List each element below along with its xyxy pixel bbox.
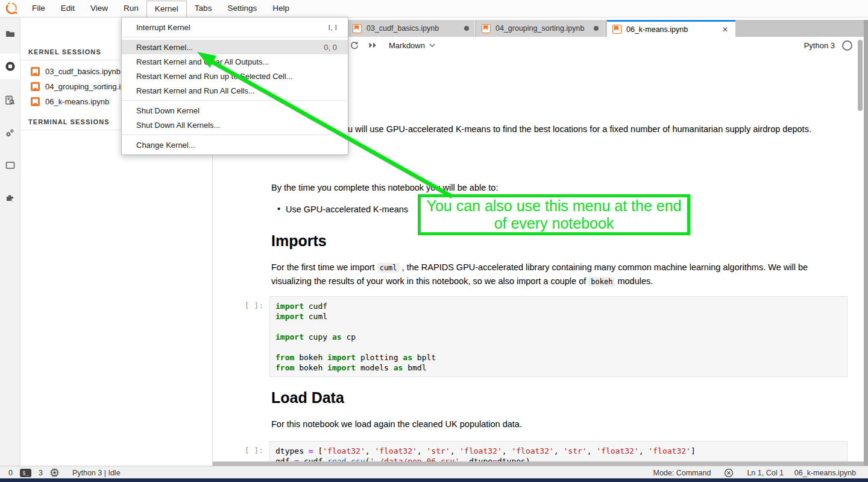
run-all-cells-icon[interactable] bbox=[368, 42, 377, 49]
vertical-scrollbar-thumb[interactable] bbox=[858, 40, 863, 111]
trust-shield-icon[interactable] bbox=[724, 468, 734, 478]
annotation-line: of every notebook bbox=[494, 215, 614, 232]
notebook-tab-icon bbox=[353, 24, 362, 33]
menubar: File Edit View Run Kernel Tabs Settings … bbox=[0, 0, 868, 17]
restart-kernel-icon[interactable] bbox=[350, 41, 359, 50]
cell-type-value: Markdown bbox=[389, 41, 425, 50]
cell-prompt: [ ]: bbox=[214, 301, 263, 310]
kernel-name[interactable]: Python 3 bbox=[804, 41, 835, 50]
shortcut: I, I bbox=[329, 23, 337, 32]
markdown-paragraph: u will use GPU-accelerated K-means to fi… bbox=[348, 122, 866, 136]
menu-item-restart-kernel[interactable]: Restart Kernel... 0, 0 bbox=[122, 40, 348, 54]
kernel-menu-dropdown: Interrupt Kernel I, I Restart Kernel... … bbox=[121, 17, 348, 155]
tab-label: 04_grouping_sorting.ipynb bbox=[495, 24, 584, 33]
property-inspector-icon[interactable] bbox=[0, 120, 20, 145]
menu-divider bbox=[122, 135, 348, 135]
menu-help[interactable]: Help bbox=[265, 0, 297, 17]
imports-heading: Imports bbox=[271, 232, 327, 249]
app-logo-icon bbox=[5, 2, 18, 15]
tab-label: 06_k-means.ipynb bbox=[626, 25, 688, 34]
cell-prompt: [ ]: bbox=[214, 446, 263, 455]
notebook-file-icon bbox=[31, 67, 40, 76]
tab-03-cudf-basics[interactable]: 03_cudf_basics.ipynb bbox=[347, 20, 475, 37]
notebook-tab-icon bbox=[612, 25, 621, 34]
kernels-count[interactable]: 3 bbox=[39, 469, 43, 477]
running-sessions-icon[interactable] bbox=[0, 54, 20, 79]
content-bottom-edge bbox=[212, 461, 864, 466]
statusbar-filename: 06_k-means.ipynb bbox=[794, 469, 856, 477]
menu-item-change-kernel[interactable]: Change Kernel... bbox=[122, 138, 348, 152]
annotation-line: You can also use this menu at the end bbox=[427, 197, 682, 215]
close-tab-icon[interactable]: ✕ bbox=[720, 25, 730, 34]
menu-item-interrupt-kernel[interactable]: Interrupt Kernel I, I bbox=[122, 20, 348, 34]
notebook-file-icon bbox=[31, 82, 40, 91]
command-palette-icon[interactable] bbox=[0, 87, 20, 113]
menu-view[interactable]: View bbox=[83, 0, 116, 17]
menu-kernel[interactable]: Kernel bbox=[146, 1, 187, 17]
terminals-count[interactable]: 0 bbox=[8, 469, 13, 477]
tab-label: 03_cudf_basics.ipynb bbox=[366, 24, 439, 33]
cell-type-dropdown[interactable]: Markdown bbox=[389, 41, 435, 50]
status-bar: 0 $_ 3 Python 3 | Idle Mode: Command Ln … bbox=[0, 466, 868, 479]
menu-divider bbox=[122, 37, 348, 37]
chevron-down-icon bbox=[429, 43, 435, 47]
markdown-paragraph: For the first time we import cuml , the … bbox=[271, 261, 815, 288]
notebook-tab-icon bbox=[482, 24, 491, 33]
annotation-callout-box: You can also use this menu at the end of… bbox=[418, 194, 690, 235]
unsaved-dot-icon bbox=[464, 26, 469, 31]
kernel-session-label: 03_cudf_basics.ipynb bbox=[45, 67, 121, 76]
cursor-position[interactable]: Ln 1, Col 1 bbox=[747, 469, 783, 477]
menu-item-restart-clear-outputs[interactable]: Restart Kernel and Clear All Outputs... bbox=[122, 54, 348, 69]
menu-tabs[interactable]: Tabs bbox=[187, 0, 220, 17]
notebook-file-icon bbox=[31, 97, 40, 106]
markdown-bullet: • Use GPU-accelerated K-means bbox=[286, 203, 408, 216]
open-tabs-icon[interactable] bbox=[0, 153, 20, 178]
shortcut: 0, 0 bbox=[324, 43, 337, 52]
menu-file[interactable]: File bbox=[24, 0, 53, 17]
jupyterlab-window: File Edit View Run Kernel Tabs Settings … bbox=[0, 0, 868, 482]
markdown-paragraph: By the time you complete this notebook y… bbox=[271, 181, 814, 194]
activity-bar bbox=[0, 17, 20, 478]
file-browser-icon[interactable] bbox=[0, 21, 20, 46]
window-right-edge bbox=[864, 20, 868, 466]
code-cell-imports[interactable]: import cudfimport cuml import cupy as cp… bbox=[269, 296, 848, 377]
extension-manager-icon[interactable] bbox=[0, 185, 20, 211]
unsaved-dot-icon bbox=[594, 26, 599, 31]
kernel-session-label: 06_k-means.ipynb bbox=[45, 97, 109, 106]
tab-04-grouping-sorting[interactable]: 04_grouping_sorting.ipynb bbox=[476, 20, 605, 37]
load-data-heading: Load Data bbox=[271, 389, 344, 406]
kernel-status-icon[interactable] bbox=[842, 40, 852, 51]
background-window-strip bbox=[0, 478, 868, 482]
command-mode-indicator[interactable]: Mode: Command bbox=[653, 469, 711, 477]
menu-run[interactable]: Run bbox=[116, 0, 146, 17]
tab-06-k-means[interactable]: 06_k-means.ipynb ✕ bbox=[607, 20, 735, 37]
terminal-icon[interactable]: $_ bbox=[20, 469, 31, 477]
markdown-paragraph: For this notebook we load again the clea… bbox=[271, 417, 814, 431]
menu-divider bbox=[122, 100, 348, 101]
menu-item-restart-run-all[interactable]: Restart Kernel and Run All Cells... bbox=[122, 83, 348, 98]
menu-item-shutdown-all-kernels[interactable]: Shut Down All Kernels... bbox=[122, 118, 348, 132]
menu-settings[interactable]: Settings bbox=[219, 0, 265, 17]
menu-edit[interactable]: Edit bbox=[53, 0, 83, 17]
menu-item-restart-run-to-selected[interactable]: Restart Kernel and Run up to Selected Ce… bbox=[122, 69, 348, 83]
kernel-status-text[interactable]: Python 3 | Idle bbox=[72, 469, 121, 477]
kernel-chip-icon[interactable] bbox=[50, 468, 59, 477]
menu-item-shutdown-kernel[interactable]: Shut Down Kernel bbox=[122, 103, 348, 118]
